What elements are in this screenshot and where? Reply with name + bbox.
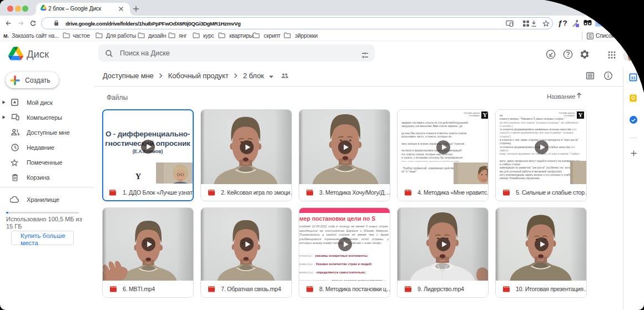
svg-text:31: 31 (631, 75, 636, 80)
